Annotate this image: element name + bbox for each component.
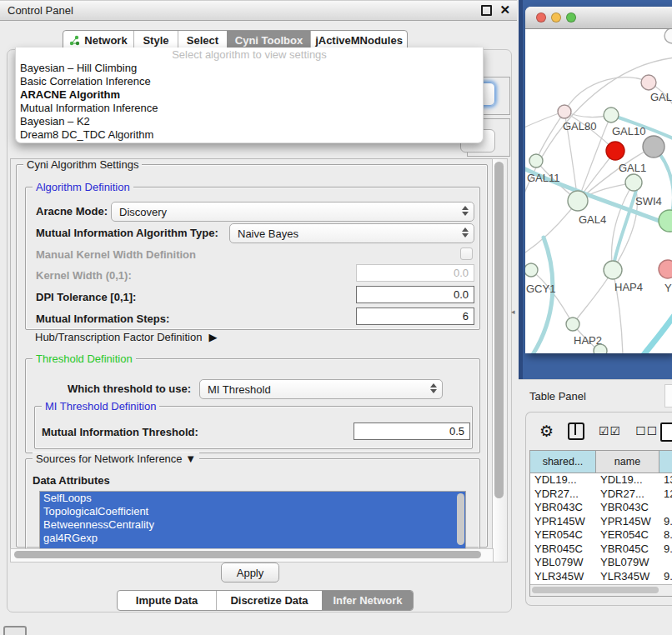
network-node[interactable] — [643, 136, 664, 158]
gear-icon[interactable]: ⚙ — [539, 423, 554, 439]
aracne-mode-label: Aracne Mode: — [36, 205, 108, 218]
table-row[interactable]: YBL079WYBL079W — [530, 556, 672, 570]
scrollbar-thumb[interactable] — [494, 162, 504, 498]
algorithm-option[interactable]: Basic Correlation Inference — [16, 75, 483, 88]
split-pane-handle-icon[interactable]: ◂ — [511, 308, 515, 316]
table-panel-title: Table Panel — [529, 390, 586, 402]
aracne-mode-select[interactable]: Discovery — [111, 202, 474, 222]
settings-horizontal-scrollbar[interactable] — [10, 548, 494, 562]
mi-threshold-field[interactable]: 0.5 — [354, 422, 470, 440]
table-row[interactable]: YDL19...YDL19...13 — [530, 473, 672, 488]
manual-kernel-checkbox[interactable] — [460, 248, 473, 260]
table-row[interactable]: YPR145WYPR145W9. — [530, 515, 672, 529]
tab-label: Select — [187, 34, 218, 47]
table-cell — [659, 501, 672, 515]
network-node[interactable] — [525, 263, 538, 277]
node-label: GAL4 — [579, 213, 606, 226]
close-traffic-light[interactable] — [536, 12, 546, 22]
chevron-down-icon[interactable]: ▼ — [185, 452, 196, 465]
network-node[interactable] — [604, 108, 619, 122]
network-canvas[interactable]: GALGAL80GAL10GAL1GAL11SWI4GAL4GCY1HAP4YH… — [525, 29, 672, 353]
export-table-icon[interactable] — [660, 422, 672, 442]
column-header-partial[interactable] — [659, 451, 672, 472]
column-header-name[interactable]: name — [596, 451, 659, 472]
network-node[interactable] — [606, 142, 624, 160]
tab-discretize-data[interactable]: Discretize Data — [216, 591, 322, 610]
float-panel-icon[interactable] — [481, 5, 492, 16]
sources-group: Sources for Network Inference ▼ Data Att… — [25, 458, 480, 550]
table-cell: 13 — [659, 473, 672, 488]
data-attributes-list[interactable]: SelfLoopsTopologicalCoefficientBetweenne… — [39, 491, 466, 550]
algorithm-option[interactable]: Bayesian – K2 — [16, 115, 483, 128]
network-node[interactable] — [568, 191, 588, 211]
hub-definition-expander[interactable]: Hub/Transcription Factor Definition▶ — [35, 331, 217, 343]
which-threshold-value: MI Threshold — [208, 383, 271, 396]
algorithm-option[interactable]: ARACNE Algorithm — [16, 88, 483, 102]
network-node[interactable] — [641, 75, 656, 90]
mi-threshold-group: MI Threshold Definition Mutual Informati… — [34, 406, 473, 449]
attribute-item[interactable]: SelfLoops — [40, 492, 465, 505]
settings-vertical-scrollbar[interactable] — [492, 158, 508, 562]
select-all-checkboxes-icon[interactable]: ☑☑ — [599, 424, 621, 438]
list-scrollbar[interactable] — [457, 493, 464, 545]
scrollbar-thumb[interactable] — [532, 587, 659, 593]
table-cell: 9. — [659, 515, 672, 529]
apply-button[interactable]: Apply — [221, 562, 279, 582]
table-row[interactable]: YBR045CYBR045C9. — [530, 542, 672, 557]
table-cell: YPR145W — [530, 515, 596, 529]
network-node[interactable] — [604, 261, 622, 279]
algorithm-option[interactable]: Bayesian – Hill Climbing — [16, 62, 483, 75]
table-toolbar: ⚙ ☑☑ ☐☐ — [526, 412, 672, 449]
table-row[interactable]: YDR27...YDR27...12 — [530, 488, 672, 502]
mi-type-select[interactable]: Naive Bayes — [229, 223, 474, 243]
node-label: GCY1 — [526, 282, 555, 295]
table-horizontal-scrollbar[interactable] — [530, 584, 672, 596]
network-node[interactable] — [529, 154, 543, 168]
combo-stepper-icon — [461, 206, 469, 216]
node-table[interactable]: shared... name YDL19...YDL19...13YDR27..… — [529, 450, 672, 597]
tab-label: Style — [143, 34, 168, 47]
mi-steps-field[interactable]: 6 — [356, 308, 474, 325]
network-node[interactable] — [659, 210, 672, 232]
cyni-settings-title: Cyni Algorithm Settings — [23, 158, 142, 171]
network-node[interactable] — [594, 344, 607, 353]
columns-icon[interactable] — [568, 422, 584, 440]
algorithm-option[interactable]: Dream8 DC_TDC Algorithm — [16, 128, 483, 142]
sources-title: Sources for Network Inference ▼ — [33, 452, 199, 465]
network-window[interactable]: GALGAL80GAL10GAL1GAL11SWI4GAL4GCY1HAP4YH… — [525, 7, 672, 353]
node-label: GAL10 — [612, 125, 645, 138]
which-threshold-select[interactable]: MI Threshold — [199, 379, 443, 399]
network-node[interactable] — [659, 260, 672, 278]
close-panel-icon[interactable]: ✕ — [499, 4, 510, 16]
dpi-tolerance-field[interactable]: 0.0 — [356, 286, 474, 303]
table-cell: 9. — [659, 542, 672, 557]
tab-impute-data[interactable]: Impute Data — [118, 591, 216, 610]
chevron-right-icon: ▶ — [208, 331, 217, 343]
column-header-shared-name[interactable]: shared... — [530, 451, 596, 472]
network-node[interactable] — [625, 174, 642, 191]
table-body: YDL19...YDL19...13YDR27...YDR27...12YBR0… — [530, 473, 672, 588]
network-node[interactable] — [558, 105, 571, 118]
attribute-item[interactable]: TopologicalCoefficient — [40, 505, 465, 518]
network-node[interactable] — [566, 318, 579, 331]
attribute-item[interactable]: BetweennessCentrality — [40, 518, 465, 532]
kernel-width-label: Kernel Width (0,1): — [36, 269, 132, 282]
table-row[interactable]: YBR043CYBR043C — [530, 501, 672, 515]
network-window-titlebar[interactable] — [525, 7, 672, 29]
scrollbar-thumb[interactable] — [14, 551, 481, 558]
tab-infer-network[interactable]: Infer Network — [322, 591, 413, 610]
attribute-item[interactable]: gal4RGexp — [40, 532, 465, 545]
table-cell: 9. — [659, 570, 672, 584]
table-row[interactable]: YLR345WYLR345W9. — [530, 570, 672, 584]
table-panel-section: Table Panel ⚙ ☑☑ ☐☐ shared... name YDL19… — [519, 379, 672, 635]
minimized-panel-button[interactable] — [3, 626, 27, 635]
deselect-all-checkboxes-icon[interactable]: ☐☐ — [635, 424, 658, 438]
table-row[interactable]: YER054CYER054C8. — [530, 528, 672, 542]
minimize-traffic-light[interactable] — [551, 12, 561, 22]
zoom-traffic-light[interactable] — [566, 12, 576, 22]
tab-label: Cyni Toolbox — [235, 34, 303, 47]
algorithm-definition-title: Algorithm Definition — [33, 181, 133, 193]
network-node[interactable] — [664, 29, 672, 43]
kernel-width-field[interactable]: 0.0 — [356, 264, 474, 282]
algorithm-option[interactable]: Mutual Information Inference — [16, 102, 483, 115]
